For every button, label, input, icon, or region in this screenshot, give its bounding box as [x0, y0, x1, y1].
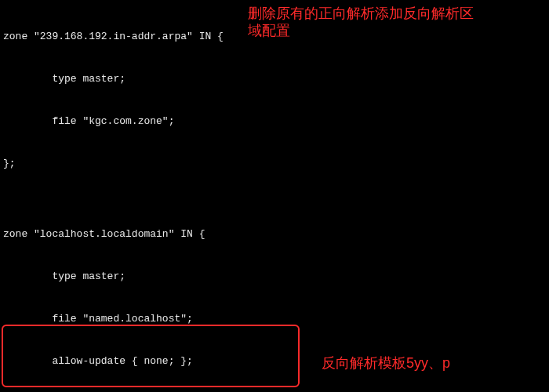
code-line: zone "239.168.192.in-addr.arpa" IN {: [3, 30, 546, 44]
code-line: zone "localhost.localdomain" IN {: [3, 227, 546, 241]
code-line: };: [3, 157, 546, 171]
code-line: file "kgc.com.zone";: [3, 114, 546, 129]
code-line: file "named.localhost";: [3, 312, 546, 326]
code-line: type master;: [3, 270, 546, 284]
code-line: type master;: [3, 72, 546, 86]
terminal-viewport[interactable]: zone "239.168.192.in-addr.arpa" IN { typ…: [0, 0, 549, 392]
code-line: allow-update { none; };: [3, 354, 546, 368]
